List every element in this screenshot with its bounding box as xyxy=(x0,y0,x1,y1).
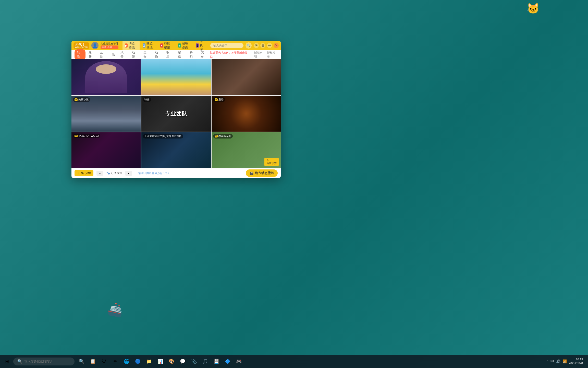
wallpaper-tag-8: 王者荣耀湖薪文姬_复身而过片段 xyxy=(143,134,183,139)
taskbar-icon-search[interactable]: 🔍 xyxy=(77,356,87,366)
wallpaper-item-5[interactable]: 张伟专业团队 xyxy=(141,96,211,132)
action-link-copyright[interactable]: 版权声明 xyxy=(254,51,265,59)
tray-expand-icon[interactable]: ^ xyxy=(547,359,548,363)
wallpaper-item-2[interactable] xyxy=(141,59,211,95)
title-bar: 元气！ WALLPAPER 👤 人生处世有智理 等级: 铁牌 ▶ 动态壁纸 🖼 … xyxy=(71,41,281,50)
start-button[interactable]: ⊞ xyxy=(2,356,12,366)
category-bar: 精选最新互动4k风景动漫美女动物明星游戏科幻其他认证元气大UP，上传壁纸赚收益！… xyxy=(71,50,281,59)
taskbar-icon-teams[interactable]: 🔷 xyxy=(223,356,233,366)
window-controls: ✉ ☰ — ✕ xyxy=(254,43,279,48)
menu-button[interactable]: ☰ xyxy=(260,43,265,48)
tray-language-icon[interactable]: 中 xyxy=(550,359,554,364)
close-button[interactable]: ✕ xyxy=(274,43,279,48)
nav-tab-icon-static: 🖼 xyxy=(143,43,145,48)
wallpaper-item-7[interactable]: V4KZERO TWO 02 xyxy=(71,132,141,168)
wallpaper-tag-7: V4KZERO TWO 02 xyxy=(73,134,100,138)
pause-button[interactable]: ⏸ 隔5分钟 xyxy=(75,170,93,176)
wallpaper-tag-5: 张伟 xyxy=(143,97,151,102)
wallpaper-item-6[interactable]: V重绘 xyxy=(212,96,281,132)
user-avatar[interactable]: 👤 xyxy=(91,42,99,49)
taskbar-icon-music[interactable]: 🎵 xyxy=(200,356,210,366)
category-other[interactable]: 其他 xyxy=(199,49,210,60)
user-level: 等级: 铁牌 xyxy=(101,45,118,49)
category-star[interactable]: 明星 xyxy=(164,49,175,60)
taskbar-icon-security[interactable]: 🛡 xyxy=(99,356,109,366)
taskbar-icon-office[interactable]: 📊 xyxy=(155,356,165,366)
search-button[interactable]: 🔍 xyxy=(246,42,252,49)
category-animal[interactable]: 动物 xyxy=(152,49,163,60)
user-name: 人生处世有智理 xyxy=(101,42,118,45)
nav-tab-label-super: 超级桌面 xyxy=(182,41,190,50)
category-animation[interactable]: 动漫 xyxy=(129,49,140,60)
subscribe-more-link[interactable]: + 选择订阅内容 (已选: 1个) xyxy=(135,171,169,175)
wallpaper-item-1[interactable] xyxy=(71,59,141,95)
wallpaper-center-text-5: 专业团队 xyxy=(165,110,187,118)
subscribe-icon: 🐾 xyxy=(106,171,110,175)
create-label: 制作动态壁纸 xyxy=(255,171,274,175)
taskbar-search-icon: 🔍 xyxy=(17,359,22,364)
taskbar-icon-task-view[interactable]: 📋 xyxy=(88,356,98,366)
taskbar-search-input[interactable] xyxy=(24,360,70,363)
warning-badge-9: ⚠画质预览 xyxy=(264,158,279,166)
wallpaper-tag-6: V重绘 xyxy=(213,97,225,102)
bottom-bar: ⏸ 隔5分钟 ▲ 🐾 订阅模式 ▲ + 选择订阅内容 (已选: 1个) 🎬 制作… xyxy=(71,168,281,178)
v-badge-7: V xyxy=(75,135,78,137)
category-interactive[interactable]: 互动 xyxy=(97,49,108,60)
current-time: 20:13 xyxy=(569,358,583,361)
pause-label: 隔5分钟 xyxy=(81,171,91,175)
search-input[interactable] xyxy=(210,43,243,48)
taskbar-icons: 🔍📋🛡✏🌐🔵📁📊🎨💬📎🎵💾🔷🎮 xyxy=(77,356,244,366)
tray-volume-icon[interactable]: 🔊 xyxy=(556,359,560,363)
category-scifi[interactable]: 科幻 xyxy=(187,49,198,60)
taskbar-icon-chat[interactable]: 💬 xyxy=(178,356,188,366)
category-beauty[interactable]: 美女 xyxy=(141,49,152,60)
wallpaper-thumb-3 xyxy=(212,59,281,95)
category-4k[interactable]: 4k xyxy=(109,52,117,57)
taskbar-icon-clip[interactable]: 📎 xyxy=(189,356,199,366)
create-wallpaper-button[interactable]: 🎬 制作动态壁纸 xyxy=(246,169,278,177)
taskbar-icon-paint[interactable]: 🎨 xyxy=(166,356,177,366)
user-info: 人生处世有智理 等级: 铁牌 xyxy=(101,42,118,49)
wallpaper-item-4[interactable]: V美丽小镇 xyxy=(71,96,141,132)
taskbar-icon-files[interactable]: 📁 xyxy=(144,356,154,366)
action-link-authorize[interactable]: 授权发布 xyxy=(267,51,278,59)
wallpaper-item-9[interactable]: V樱花万朵开⚠画质预览 xyxy=(212,132,281,168)
minimize-button[interactable]: — xyxy=(267,43,272,48)
category-landscape[interactable]: 风景 xyxy=(118,49,129,60)
nav-tab-label-mine: 我的壁纸 xyxy=(164,41,173,50)
taskbar-icon-game[interactable]: 🎮 xyxy=(234,356,244,366)
logo-sub: WALLPAPER xyxy=(75,46,88,48)
start-icon: ⊞ xyxy=(5,358,9,364)
tray-network-icon[interactable]: 📶 xyxy=(562,359,567,363)
promo-text: 认证元气大UP，上传壁纸赚收益！ xyxy=(210,51,252,59)
nav-tab-icon-dynamic: ▶ xyxy=(125,43,128,48)
logo-main: 元气！ xyxy=(75,43,88,46)
taskbar-icon-cortana[interactable]: 🔵 xyxy=(133,356,143,366)
message-button[interactable]: ✉ xyxy=(254,43,259,48)
wallpaper-item-3[interactable] xyxy=(212,59,281,95)
subscribe-mode[interactable]: 🐾 订阅模式 xyxy=(106,171,122,175)
timer-arrow-button[interactable]: ▲ xyxy=(96,171,103,176)
taskbar-icon-browser[interactable]: 🌐 xyxy=(121,356,132,366)
subscribe-arrow-button[interactable]: ▲ xyxy=(125,171,132,176)
nav-tab-icon-super: ⊞ xyxy=(178,43,181,48)
category-new[interactable]: 最新 xyxy=(86,49,97,60)
wallpaper-grid: V美丽小镇张伟专业团队V重绘V4KZERO TWO 02王者荣耀湖薪文姬_复身而… xyxy=(71,59,281,168)
v-badge-6: V xyxy=(215,98,218,101)
taskbar-icon-store[interactable]: 💾 xyxy=(211,356,222,366)
subscribe-label: 订阅模式 xyxy=(111,171,122,175)
nav-tab-icon-mobile: 📱 xyxy=(196,43,199,48)
nav-tab-icon-mine: ♥ xyxy=(160,43,163,48)
v-badge-9: V xyxy=(215,135,218,137)
category-featured[interactable]: 精选 xyxy=(75,49,85,60)
wallpaper-item-8[interactable]: 王者荣耀湖薪文姬_复身而过片段 xyxy=(141,132,211,168)
wallpaper-thumb-7 xyxy=(71,132,141,168)
category-game[interactable]: 游戏 xyxy=(175,49,186,60)
action-links: 版权声明授权发布 xyxy=(254,51,278,59)
cat-icon: 🐱 xyxy=(527,3,540,14)
taskbar-search-area[interactable]: 🔍 xyxy=(13,358,75,365)
time-display[interactable]: 20:13 2025/01/20 xyxy=(569,358,583,365)
cat-mascot[interactable]: 🐱 xyxy=(527,3,542,18)
taskbar-icon-pen[interactable]: ✏ xyxy=(110,356,120,366)
current-date: 2025/01/20 xyxy=(569,361,583,365)
